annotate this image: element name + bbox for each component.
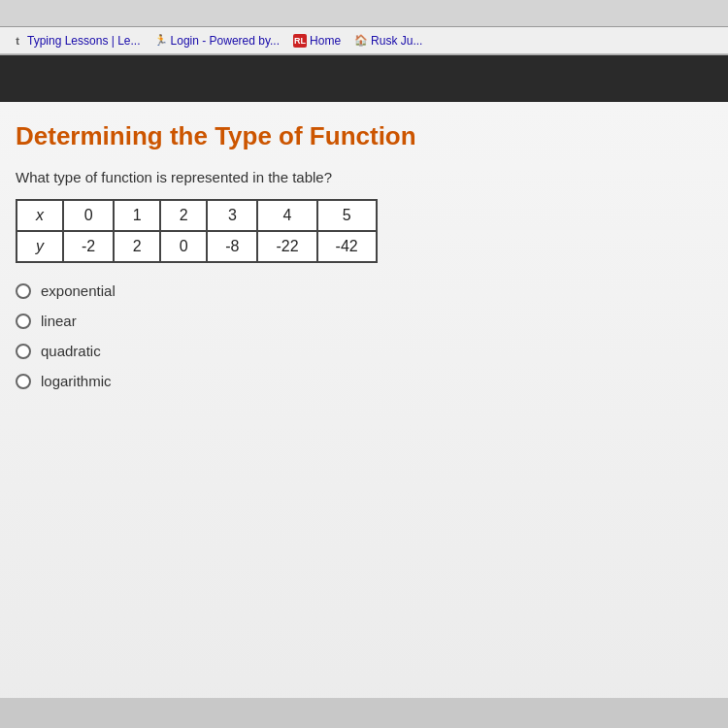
- y-val-3: -8: [207, 231, 257, 262]
- browser-chrome: t Typing Lessons | Le... 🏃 Login - Power…: [0, 0, 728, 55]
- rl-icon: RL: [293, 34, 307, 48]
- answer-choices: exponential linear quadratic logarithmic: [16, 282, 712, 389]
- tab-bar: [0, 0, 728, 27]
- y-val-2: 0: [160, 231, 207, 262]
- x-val-5: 5: [317, 200, 377, 231]
- bookmarks-bar: t Typing Lessons | Le... 🏃 Login - Power…: [0, 27, 728, 54]
- rusk-icon: 🏠: [354, 34, 368, 48]
- x-val-1: 1: [114, 200, 160, 231]
- choice-logarithmic-label: logarithmic: [41, 373, 112, 389]
- y-val-0: -2: [63, 231, 114, 262]
- x-val-0: 0: [63, 200, 114, 231]
- y-val-1: 2: [114, 231, 160, 262]
- bookmark-rl[interactable]: RL Home: [288, 32, 346, 50]
- choice-exponential[interactable]: exponential: [16, 282, 712, 299]
- bookmark-typing[interactable]: t Typing Lessons | Le...: [6, 32, 146, 50]
- function-table: x 0 1 2 3 4 5 y -2 2 0 -8 -22 -42: [16, 199, 378, 263]
- lesson-content: Determining the Type of Function What ty…: [0, 102, 728, 698]
- choice-logarithmic[interactable]: logarithmic: [16, 373, 712, 389]
- radio-exponential[interactable]: [16, 283, 31, 299]
- bookmark-login[interactable]: 🏃 Login - Powered by...: [149, 32, 285, 50]
- bookmark-rusk[interactable]: 🏠 Rusk Ju...: [349, 32, 427, 50]
- table-row-y: y -2 2 0 -8 -22 -42: [17, 231, 377, 262]
- choice-exponential-label: exponential: [41, 282, 116, 299]
- radio-quadratic[interactable]: [16, 344, 31, 359]
- x-val-2: 2: [160, 200, 207, 231]
- radio-logarithmic[interactable]: [16, 374, 31, 389]
- bookmark-rl-label: Home: [310, 34, 341, 48]
- table-row-x: x 0 1 2 3 4 5: [17, 200, 377, 231]
- bookmark-typing-label: Typing Lessons | Le...: [27, 34, 141, 48]
- x-val-3: 3: [207, 200, 257, 231]
- choice-linear-label: linear: [41, 313, 77, 329]
- typing-icon: t: [11, 34, 24, 48]
- y-val-4: -22: [257, 231, 316, 262]
- x-val-4: 4: [257, 200, 316, 231]
- choice-linear[interactable]: linear: [16, 313, 712, 329]
- bookmark-login-label: Login - Powered by...: [171, 34, 281, 48]
- x-label: x: [17, 200, 63, 231]
- bookmark-rusk-label: Rusk Ju...: [371, 34, 422, 48]
- page-content: Determining the Type of Function What ty…: [0, 55, 728, 698]
- radio-linear[interactable]: [16, 314, 31, 329]
- question-text: What type of function is represented in …: [16, 169, 712, 185]
- login-icon: 🏃: [154, 34, 168, 48]
- choice-quadratic[interactable]: quadratic: [16, 343, 712, 359]
- choice-quadratic-label: quadratic: [41, 343, 101, 359]
- y-val-5: -42: [317, 231, 377, 262]
- lesson-title: Determining the Type of Function: [16, 121, 712, 151]
- y-label: y: [17, 231, 63, 262]
- dark-header-bar: [0, 55, 728, 102]
